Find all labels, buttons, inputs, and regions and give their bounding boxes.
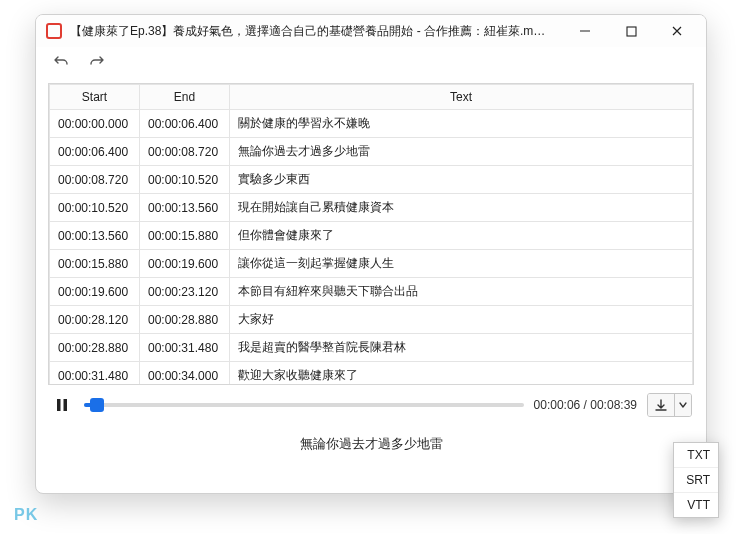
table-row[interactable]: 00:00:19.60000:00:23.120本節目有紐粹來與聽天下聯合出品 xyxy=(50,278,693,306)
cell-end[interactable]: 00:00:34.000 xyxy=(140,362,230,385)
app-window: 【健康萊了Ep.38】養成好氣色，選擇適合自己的基礎營養品開始 - 合作推薦：紐… xyxy=(35,14,707,494)
cell-start[interactable]: 00:00:19.600 xyxy=(50,278,140,306)
table-row[interactable]: 00:00:06.40000:00:08.720無論你過去才過多少地雷 xyxy=(50,138,693,166)
cell-text[interactable]: 無論你過去才過多少地雷 xyxy=(230,138,693,166)
cell-start[interactable]: 00:00:08.720 xyxy=(50,166,140,194)
svg-rect-1 xyxy=(57,399,61,411)
app-icon xyxy=(46,23,62,39)
window-controls xyxy=(546,17,696,45)
seek-thumb[interactable] xyxy=(90,398,104,412)
undo-icon xyxy=(53,54,69,70)
cell-end[interactable]: 00:00:23.120 xyxy=(140,278,230,306)
export-button[interactable] xyxy=(648,394,674,416)
transcript-scroll[interactable]: Start End Text 00:00:00.00000:00:06.400關… xyxy=(49,84,693,384)
table-row[interactable]: 00:00:28.12000:00:28.880大家好 xyxy=(50,306,693,334)
table-row[interactable]: 00:00:15.88000:00:19.600讓你從這一刻起掌握健康人生 xyxy=(50,250,693,278)
cell-start[interactable]: 00:00:10.520 xyxy=(50,194,140,222)
toolbar xyxy=(36,47,706,77)
svg-rect-2 xyxy=(64,399,68,411)
export-button-group xyxy=(647,393,692,417)
export-option-txt[interactable]: TXT xyxy=(674,443,718,467)
close-button[interactable] xyxy=(658,17,696,45)
cell-end[interactable]: 00:00:28.880 xyxy=(140,306,230,334)
watermark-text: PK xyxy=(14,506,38,524)
minimize-button[interactable] xyxy=(566,17,604,45)
title-bar: 【健康萊了Ep.38】養成好氣色，選擇適合自己的基礎營養品開始 - 合作推薦：紐… xyxy=(36,15,706,47)
cell-start[interactable]: 00:00:00.000 xyxy=(50,110,140,138)
minimize-icon xyxy=(579,25,591,37)
cell-end[interactable]: 00:00:15.880 xyxy=(140,222,230,250)
pause-icon xyxy=(56,398,68,412)
transcript-table-container: Start End Text 00:00:00.00000:00:06.400關… xyxy=(48,83,694,385)
svg-rect-0 xyxy=(627,27,636,36)
undo-button[interactable] xyxy=(50,51,72,73)
table-row[interactable]: 00:00:10.52000:00:13.560現在開始讓自己累積健康資本 xyxy=(50,194,693,222)
cell-end[interactable]: 00:00:06.400 xyxy=(140,110,230,138)
table-header-row: Start End Text xyxy=(50,85,693,110)
export-option-srt[interactable]: SRT xyxy=(674,467,718,492)
content-area: Start End Text 00:00:00.00000:00:06.400關… xyxy=(36,77,706,493)
time-display: 00:00:06 / 00:08:39 xyxy=(534,398,637,412)
cell-start[interactable]: 00:00:28.120 xyxy=(50,306,140,334)
close-icon xyxy=(671,25,683,37)
table-row[interactable]: 00:00:08.72000:00:10.520實驗多少東西 xyxy=(50,166,693,194)
cell-text[interactable]: 讓你從這一刻起掌握健康人生 xyxy=(230,250,693,278)
cell-text[interactable]: 我是超賣的醫學整首院長陳君林 xyxy=(230,334,693,362)
cell-start[interactable]: 00:00:06.400 xyxy=(50,138,140,166)
cell-end[interactable]: 00:00:13.560 xyxy=(140,194,230,222)
column-header-end[interactable]: End xyxy=(140,85,230,110)
column-header-text[interactable]: Text xyxy=(230,85,693,110)
cell-text[interactable]: 歡迎大家收聽健康來了 xyxy=(230,362,693,385)
download-icon xyxy=(654,398,668,412)
seek-track[interactable] xyxy=(84,403,524,407)
export-format-menu: TXT SRT VTT xyxy=(673,442,719,518)
table-row[interactable]: 00:00:28.88000:00:31.480我是超賣的醫學整首院長陳君林 xyxy=(50,334,693,362)
maximize-button[interactable] xyxy=(612,17,650,45)
cell-end[interactable]: 00:00:10.520 xyxy=(140,166,230,194)
cell-start[interactable]: 00:00:28.880 xyxy=(50,334,140,362)
player-bar: 00:00:06 / 00:08:39 xyxy=(48,385,694,425)
chevron-down-icon xyxy=(679,401,687,409)
maximize-icon xyxy=(626,26,637,37)
table-row[interactable]: 00:00:13.56000:00:15.880但你體會健康來了 xyxy=(50,222,693,250)
redo-button[interactable] xyxy=(86,51,108,73)
table-row[interactable]: 00:00:00.00000:00:06.400關於健康的學習永不嫌晚 xyxy=(50,110,693,138)
cell-text[interactable]: 現在開始讓自己累積健康資本 xyxy=(230,194,693,222)
column-header-start[interactable]: Start xyxy=(50,85,140,110)
current-caption-text: 無論你過去才過多少地雷 xyxy=(48,425,694,467)
cell-start[interactable]: 00:00:31.480 xyxy=(50,362,140,385)
cell-text[interactable]: 本節目有紐粹來與聽天下聯合出品 xyxy=(230,278,693,306)
transcript-table: Start End Text 00:00:00.00000:00:06.400關… xyxy=(49,84,693,384)
cell-end[interactable]: 00:00:19.600 xyxy=(140,250,230,278)
pause-button[interactable] xyxy=(50,393,74,417)
window-title: 【健康萊了Ep.38】養成好氣色，選擇適合自己的基礎營養品開始 - 合作推薦：紐… xyxy=(70,23,546,40)
redo-icon xyxy=(89,54,105,70)
cell-end[interactable]: 00:00:31.480 xyxy=(140,334,230,362)
cell-text[interactable]: 但你體會健康來了 xyxy=(230,222,693,250)
table-row[interactable]: 00:00:31.48000:00:34.000歡迎大家收聽健康來了 xyxy=(50,362,693,385)
cell-start[interactable]: 00:00:15.880 xyxy=(50,250,140,278)
cell-end[interactable]: 00:00:08.720 xyxy=(140,138,230,166)
cell-text[interactable]: 實驗多少東西 xyxy=(230,166,693,194)
export-option-vtt[interactable]: VTT xyxy=(674,492,718,517)
export-dropdown-toggle[interactable] xyxy=(674,394,691,416)
cell-start[interactable]: 00:00:13.560 xyxy=(50,222,140,250)
cell-text[interactable]: 大家好 xyxy=(230,306,693,334)
cell-text[interactable]: 關於健康的學習永不嫌晚 xyxy=(230,110,693,138)
